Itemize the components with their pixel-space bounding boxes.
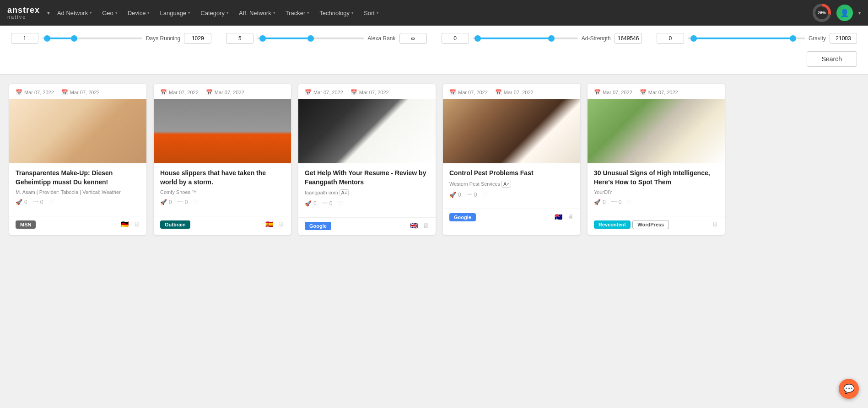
range-track-gravity[interactable]: [688, 38, 805, 39]
card-footer-left: Google: [449, 213, 476, 221]
sliders-row: Days Running Alexa Rank Ad-Strength: [11, 33, 857, 44]
nav-item-device[interactable]: Device▾: [123, 6, 155, 20]
slider-max-alexa-rank[interactable]: [399, 33, 427, 44]
card-date-1: 📅 Mar 07, 2022: [594, 89, 632, 96]
card-date-text-1: Mar 07, 2022: [169, 90, 199, 95]
card-image: [154, 99, 291, 163]
range-thumb-right-days-running[interactable]: [71, 35, 77, 42]
nav-label-geo: Geo: [102, 10, 113, 16]
avatar[interactable]: 👤: [836, 5, 853, 21]
card-date-1: 📅 Mar 07, 2022: [16, 89, 54, 96]
card-footer: Revcontent WordPress 🖥: [588, 216, 725, 234]
slider-min-ad-strength[interactable]: [442, 33, 469, 44]
nav-item-aff-network[interactable]: Aff. Network▾: [234, 6, 280, 20]
slider-min-alexa-rank[interactable]: [226, 33, 253, 44]
slider-track-days-running[interactable]: [42, 38, 142, 39]
monitor-icon[interactable]: 🖥: [712, 220, 718, 228]
card-stat-trend: 〰 0: [611, 199, 622, 205]
card-provider: M. Asam | Provider: Taboola | Vertical: …: [16, 189, 140, 195]
range-thumb-left-days-running[interactable]: [44, 35, 50, 42]
stat-trend-val: 0: [40, 199, 43, 205]
card-footer-left: Outbrain: [160, 220, 190, 228]
stat-trend-val: 0: [185, 199, 188, 205]
card-body: Control Pest Problems Fast Western Pest …: [443, 163, 580, 209]
heart-icon[interactable]: ♡: [627, 199, 633, 206]
card-date-text-2: Mar 07, 2022: [359, 90, 389, 95]
slider-label-gravity: Gravity: [809, 35, 826, 42]
slider-group-days-running: Days Running: [11, 33, 211, 44]
slider-track-alexa-rank[interactable]: [257, 38, 364, 39]
chat-bubble[interactable]: 💬: [839, 379, 859, 399]
monitor-icon[interactable]: 🖥: [423, 222, 429, 229]
card-footer-right: 🇬🇧 🖥: [408, 222, 429, 229]
nav-item-technology[interactable]: Technology▾: [315, 6, 358, 20]
range-thumb-right-gravity[interactable]: [790, 35, 796, 42]
slider-max-gravity[interactable]: [830, 33, 857, 44]
nav-item-tracker[interactable]: Tracker▾: [281, 6, 314, 20]
range-thumb-right-alexa-rank[interactable]: [307, 35, 314, 42]
nav-caret-language: ▾: [188, 11, 190, 15]
monitor-icon[interactable]: 🖥: [134, 220, 140, 228]
heart-icon[interactable]: ♡: [49, 199, 54, 206]
range-track-alexa-rank[interactable]: [257, 38, 364, 39]
range-thumb-left-ad-strength[interactable]: [474, 35, 481, 42]
progress-percent: 28%: [815, 6, 828, 19]
nav-item-ad-network[interactable]: Ad Network▾: [53, 6, 97, 20]
slider-max-days-running[interactable]: [184, 33, 211, 44]
monitor-icon[interactable]: 🖥: [278, 220, 285, 228]
logo[interactable]: anstrex native: [7, 6, 40, 20]
card-stat-trend: 〰 0: [33, 199, 43, 205]
network-badge: Google: [449, 213, 476, 221]
range-track-days-running[interactable]: [42, 38, 142, 39]
card-footer-right: 🇦🇺 🖥: [553, 213, 574, 220]
card-stats: 🚀 0 〰 0 ♡: [305, 200, 429, 207]
stat-trend-val: 0: [329, 200, 333, 207]
slider-min-gravity[interactable]: [657, 33, 684, 44]
slider-min-days-running[interactable]: [11, 33, 38, 44]
range-track-ad-strength[interactable]: [473, 38, 578, 39]
search-row: Search: [11, 51, 857, 67]
range-thumb-right-ad-strength[interactable]: [548, 35, 555, 42]
stat-launch-val: 0: [24, 199, 27, 205]
nav-caret-ad-network: ▾: [90, 11, 92, 15]
card-header: 📅 Mar 07, 2022 📅 Mar 07, 2022: [443, 84, 580, 99]
card-stat-trend: 〰 0: [467, 192, 477, 198]
monitor-icon[interactable]: 🖥: [567, 213, 574, 220]
search-button[interactable]: Search: [807, 51, 857, 67]
progress-circle[interactable]: 28%: [813, 4, 831, 22]
stat-launch-val: 0: [169, 199, 172, 205]
range-thumb-left-alexa-rank[interactable]: [259, 35, 266, 42]
heart-icon[interactable]: ♡: [482, 191, 488, 199]
heart-icon[interactable]: ♡: [193, 199, 199, 206]
card-date-text-2: Mar 07, 2022: [648, 90, 678, 95]
slider-max-ad-strength[interactable]: [615, 33, 642, 44]
country-flag: 🇬🇧: [408, 222, 419, 229]
calendar-icon-1: 📅: [16, 89, 22, 96]
nav-caret-category: ▾: [226, 11, 229, 15]
launch-icon: 🚀: [16, 199, 22, 205]
nav-item-category[interactable]: Category▾: [196, 6, 233, 20]
slider-track-ad-strength[interactable]: [473, 38, 578, 39]
avatar-dropdown-arrow[interactable]: ▾: [858, 11, 861, 16]
nav-caret-sort: ▾: [377, 11, 379, 15]
range-thumb-left-gravity[interactable]: [690, 35, 697, 42]
nav-label-aff-network: Aff. Network: [239, 10, 271, 16]
card-date-2: 📅 Mar 07, 2022: [61, 89, 100, 96]
card-card-2: 📅 Mar 07, 2022 📅 Mar 07, 2022 House slip…: [154, 84, 291, 235]
logo-dropdown-arrow[interactable]: ▼: [46, 11, 51, 16]
nav-item-sort[interactable]: Sort▾: [359, 6, 383, 20]
slider-track-gravity[interactable]: [688, 38, 805, 39]
heart-icon[interactable]: ♡: [338, 200, 344, 207]
nav-label-tracker: Tracker: [286, 10, 306, 16]
calendar-icon-2: 📅: [61, 89, 68, 96]
nav-item-geo[interactable]: Geo▾: [97, 6, 122, 20]
nav-caret-geo: ▾: [115, 11, 118, 15]
nav-item-language[interactable]: Language▾: [155, 6, 195, 20]
slider-label-ad-strength: Ad-Strength: [582, 35, 611, 42]
card-footer: Google 🇬🇧 🖥: [298, 217, 436, 235]
card-title: Get Help With Your Resume - Review by Fa…: [305, 169, 429, 187]
card-header: 📅 Mar 07, 2022 📅 Mar 07, 2022: [9, 84, 146, 99]
card-header: 📅 Mar 07, 2022 📅 Mar 07, 2022: [154, 84, 291, 99]
card-footer-right: 🇪🇸 🖥: [264, 220, 285, 228]
az-icon: AZ: [501, 181, 511, 188]
